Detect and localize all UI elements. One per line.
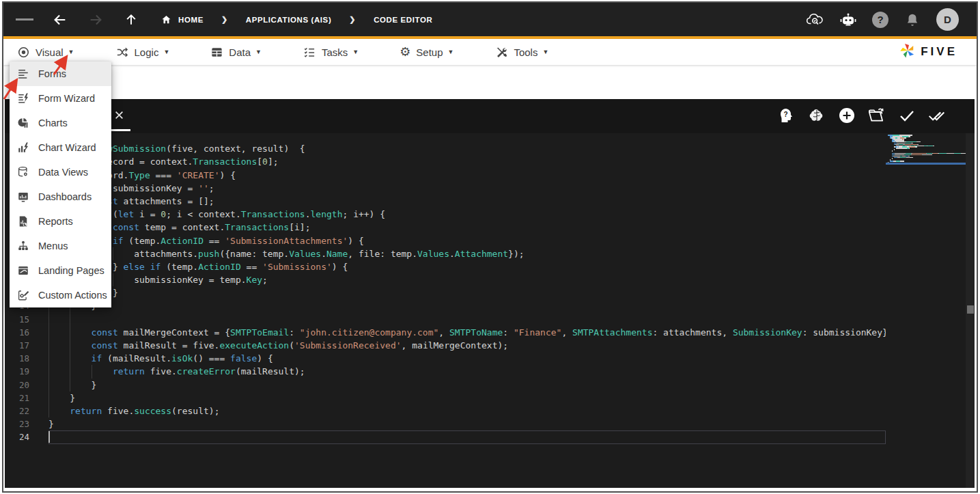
code-line: 3const record = context.Transactions[0]; bbox=[5, 155, 886, 168]
tools-icon bbox=[494, 46, 508, 59]
menu-logic-label: Logic bbox=[135, 46, 159, 58]
dropdown-item-label: Data Views bbox=[38, 167, 88, 178]
dropdown-item-landing-pages[interactable]: Landing Pages bbox=[10, 258, 111, 283]
dropdown-item-label: Dashboards bbox=[38, 191, 92, 202]
dropdown-item-forms[interactable]: Forms bbox=[10, 61, 111, 86]
chevron-down-icon: ▼ bbox=[542, 49, 548, 55]
table-icon bbox=[210, 46, 223, 59]
dropdown-item-custom-actions[interactable]: Custom Actions bbox=[10, 283, 111, 307]
back-icon[interactable] bbox=[51, 11, 69, 29]
code-editor-panel: ? bbox=[5, 99, 975, 488]
notifications-icon[interactable] bbox=[904, 11, 921, 29]
code-line: 16const mailMergeContext = {SMTPToEmail:… bbox=[5, 326, 886, 339]
code-line: 8const temp = context.Transactions[i]; bbox=[5, 221, 886, 234]
line-number: 21 bbox=[5, 392, 29, 404]
chevron-down-icon: ▼ bbox=[68, 49, 74, 55]
line-number: 15 bbox=[5, 313, 29, 326]
menu-visual[interactable]: Visual ▼ bbox=[17, 46, 74, 59]
code-line: 5let submissionKey = ''; bbox=[5, 182, 886, 195]
code-line: 4if (record.Type === 'CREATE') { bbox=[5, 169, 886, 182]
charts-icon bbox=[17, 117, 29, 129]
menu-tasks[interactable]: Tasks ▼ bbox=[303, 46, 359, 59]
form-wizard-icon bbox=[17, 92, 29, 105]
line-number: 22 bbox=[5, 404, 29, 417]
dropdown-item-form-wizard[interactable]: Form Wizard bbox=[10, 86, 111, 111]
ai-brain-icon[interactable] bbox=[807, 106, 826, 124]
code-line: 20} bbox=[5, 379, 886, 392]
five-logo-wordmark: FIVE bbox=[921, 45, 957, 59]
code-line: 2function NewSubmission(five, context, r… bbox=[5, 142, 886, 155]
menu-data-label: Data bbox=[229, 46, 251, 58]
menu-logic[interactable]: Logic ▼ bbox=[115, 46, 170, 59]
hint-head-icon[interactable]: ? bbox=[777, 106, 796, 124]
dropdown-item-reports[interactable]: Reports bbox=[10, 209, 111, 234]
menu-icon[interactable] bbox=[16, 11, 33, 29]
forms-icon bbox=[17, 68, 29, 80]
dropdown-item-dashboards[interactable]: Dashboards bbox=[10, 184, 111, 209]
line-number: 20 bbox=[5, 379, 29, 392]
save-all-icon[interactable] bbox=[927, 106, 946, 124]
menu-tools[interactable]: Tools ▼ bbox=[494, 46, 548, 59]
chevron-down-icon: ▼ bbox=[352, 49, 359, 55]
menu-setup-label: Setup bbox=[416, 46, 443, 58]
dropdown-item-label: Forms bbox=[38, 68, 66, 79]
dropdown-item-menus[interactable]: Menus bbox=[10, 234, 111, 258]
avatar[interactable]: D bbox=[936, 8, 959, 31]
current-line-highlight bbox=[48, 430, 886, 443]
dropdown-item-label: Landing Pages bbox=[38, 265, 104, 276]
code-line: 15 bbox=[5, 313, 886, 326]
code-line: 17const mailResult = five.executeAction(… bbox=[5, 339, 886, 352]
assistant-bot-icon[interactable] bbox=[839, 11, 857, 29]
breadcrumb: HOME ❯ APPLICATIONS (AIS) ❯ CODE EDITOR bbox=[160, 14, 432, 25]
open-icon[interactable] bbox=[867, 106, 886, 124]
dropdown-item-chart-wizard[interactable]: Chart Wizard bbox=[10, 135, 111, 160]
code-line: 9if (temp.ActionID == 'SubmissionAttachm… bbox=[5, 234, 886, 247]
home-icon bbox=[160, 14, 172, 25]
line-number: 18 bbox=[5, 352, 29, 365]
add-icon[interactable] bbox=[837, 106, 856, 124]
editor-scrollbar[interactable] bbox=[966, 133, 975, 488]
dropdown-item-label: Form Wizard bbox=[38, 93, 95, 104]
breadcrumb-separator: ❯ bbox=[349, 15, 356, 24]
editor-header: ? bbox=[5, 99, 975, 133]
data-views-icon bbox=[17, 166, 29, 178]
code-line: 22return five.success(result); bbox=[5, 404, 886, 417]
five-logo: FIVE bbox=[899, 42, 957, 61]
code-line: 12submissionKey = temp.Key; bbox=[5, 273, 886, 286]
menu-visual-label: Visual bbox=[36, 46, 64, 58]
code-line: 10attachments.push({name: temp.Values.Na… bbox=[5, 247, 886, 260]
code-line: 24 bbox=[5, 430, 886, 443]
code-line: 14} bbox=[5, 299, 886, 312]
dropdown-item-label: Custom Actions bbox=[38, 290, 107, 301]
chevron-down-icon: ▼ bbox=[448, 49, 454, 55]
help-icon[interactable]: ? bbox=[872, 12, 888, 28]
code-text-area[interactable]: 12function NewSubmission(five, context, … bbox=[5, 129, 886, 488]
breadcrumb-applications[interactable]: APPLICATIONS (AIS) bbox=[246, 16, 332, 24]
breadcrumb-code-editor[interactable]: CODE EDITOR bbox=[374, 16, 432, 24]
breadcrumb-home[interactable]: HOME bbox=[160, 14, 204, 25]
code-line: 23} bbox=[5, 417, 886, 430]
up-icon[interactable] bbox=[122, 11, 140, 29]
line-number: 16 bbox=[5, 326, 29, 339]
checklist-icon bbox=[303, 46, 316, 59]
menu-tasks-label: Tasks bbox=[322, 46, 348, 58]
chevron-down-icon: ▼ bbox=[163, 49, 169, 55]
menu-setup[interactable]: ⚙ Setup ▼ bbox=[400, 46, 453, 58]
dropdown-item-label: Charts bbox=[38, 118, 68, 128]
tab-close-icon[interactable] bbox=[111, 107, 126, 122]
cloud-search-icon[interactable] bbox=[807, 11, 824, 29]
custom-actions-icon bbox=[17, 289, 29, 301]
minimap[interactable] bbox=[888, 134, 966, 216]
editor-scrollbar-thumb[interactable] bbox=[967, 305, 974, 314]
reports-icon bbox=[17, 215, 29, 228]
dashboards-icon bbox=[17, 191, 29, 203]
top-navigation-bar: HOME ❯ APPLICATIONS (AIS) ❯ CODE EDITOR bbox=[3, 3, 977, 36]
menus-icon bbox=[17, 240, 29, 252]
forward-icon[interactable] bbox=[87, 11, 104, 29]
breadcrumb-separator: ❯ bbox=[221, 15, 228, 24]
dropdown-item-data-views[interactable]: Data Views bbox=[10, 160, 111, 184]
menu-data[interactable]: Data ▼ bbox=[210, 46, 262, 59]
save-icon[interactable] bbox=[897, 106, 916, 124]
minimap-current-line bbox=[886, 163, 969, 165]
dropdown-item-charts[interactable]: Charts bbox=[10, 111, 111, 135]
